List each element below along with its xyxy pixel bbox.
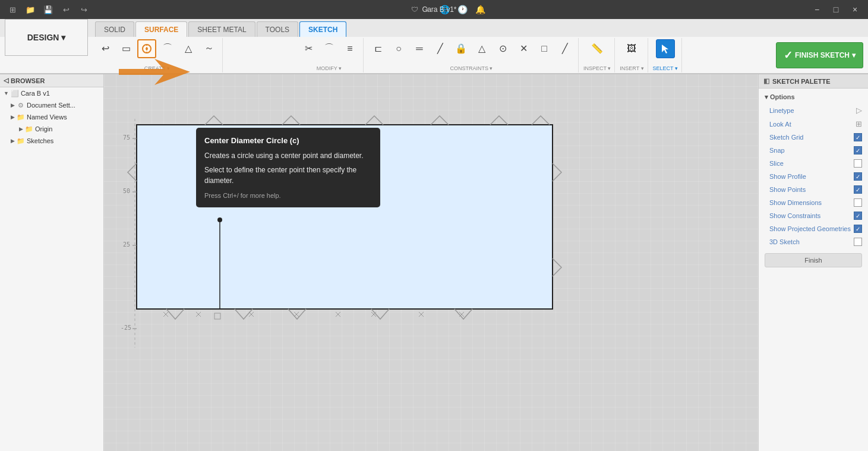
ruler-neg25: -25 — [121, 324, 131, 331]
doc-settings-label: Document Sett... — [27, 102, 75, 109]
browser-item-sketches[interactable]: ▶ 📁 Sketches — [0, 135, 103, 147]
constraints-label[interactable]: CONSTRAINTS ▾ — [450, 65, 493, 71]
slice-label[interactable]: Slice — [769, 160, 784, 167]
collinear-tool[interactable]: ○ — [389, 39, 408, 58]
sketch-rect — [137, 125, 553, 309]
browser-item-doc-settings[interactable]: ▶ ⚙ Document Sett... — [0, 99, 103, 111]
concentric-tool[interactable]: ═ — [410, 39, 429, 58]
show-points-checkbox[interactable] — [854, 185, 862, 194]
3d-sketch-label[interactable]: 3D Sketch — [769, 238, 800, 245]
sketch-palette-icon: ◧ — [763, 77, 769, 85]
polygon-tool[interactable]: △ — [179, 39, 198, 58]
close-button[interactable]: × — [847, 3, 863, 16]
show-constraints-label[interactable]: Show Constraints — [769, 212, 820, 219]
save-icon[interactable]: 💾 — [40, 3, 56, 16]
sketch-grid-label[interactable]: Sketch Grid — [769, 134, 803, 141]
rectangle-tool[interactable]: ▭ — [116, 39, 135, 58]
midpoint-tool[interactable]: ╱ — [431, 39, 450, 58]
ruler-75: 75 — [123, 134, 130, 141]
show-projected-checkbox[interactable] — [854, 225, 862, 233]
clock-icon[interactable]: 🕐 — [456, 3, 469, 16]
create-label[interactable]: CREATE ▾ — [144, 65, 170, 71]
open-file-icon[interactable]: 📁 — [23, 3, 38, 16]
show-profile-checkbox[interactable] — [854, 172, 862, 181]
title-bar: ⊞ 📁 💾 ↩ ↪ 🛡 Cara B v1* + 🌐 🕐 🔔 − □ × — [0, 0, 868, 19]
tab-bar: SOLID SURFACE SHEET METAL TOOLS SKETCH — [0, 19, 868, 37]
show-profile-label[interactable]: Show Profile — [769, 173, 806, 180]
insert-image-tool[interactable]: 🖼 — [622, 39, 641, 58]
sketch-palette-header: ◧ SKETCH PALETTE — [759, 74, 868, 89]
title-icons: ⊞ 📁 💾 ↩ ↪ — [5, 3, 91, 16]
snap-label[interactable]: Snap — [769, 147, 785, 154]
constraint-right-2 — [553, 258, 561, 276]
trim-tool[interactable]: ✂ — [299, 39, 318, 58]
show-projected-label[interactable]: Show Projected Geometries — [769, 225, 851, 232]
folder-icon: 📁 — [17, 113, 25, 121]
tab-sheet-metal[interactable]: SHEET METAL — [188, 21, 255, 37]
tab-tools[interactable]: TOOLS — [257, 21, 298, 37]
palette-item-show-points: Show Points — [759, 183, 868, 196]
line-tool[interactable]: ↩ — [96, 39, 115, 58]
canvas-area[interactable]: 75 50 25 -25 Z R Center Diameter Circle … — [104, 74, 758, 451]
look-at-label[interactable]: Look At — [769, 121, 791, 128]
arc-tool[interactable]: ⌒ — [158, 39, 177, 58]
modify-label[interactable]: MODIFY ▾ — [317, 65, 342, 71]
palette-item-snap: Snap — [759, 144, 868, 157]
ribbon-group-insert: 🖼 INSERT ▾ — [616, 38, 648, 72]
maximize-button[interactable]: □ — [828, 3, 844, 16]
undo-icon[interactable]: ↩ — [58, 3, 74, 16]
spline-tool[interactable]: ～ — [200, 39, 219, 58]
3d-sketch-checkbox[interactable] — [854, 238, 862, 246]
slice-checkbox[interactable] — [854, 159, 862, 168]
linetype-label[interactable]: Linetype — [769, 107, 794, 114]
show-dimensions-label[interactable]: Show Dimensions — [769, 199, 822, 206]
tangent-tool[interactable]: □ — [535, 39, 554, 58]
bell-icon[interactable]: 🔔 — [474, 3, 487, 16]
sketches-folder-icon: 📁 — [17, 137, 25, 145]
sketch-grid-checkbox[interactable] — [854, 133, 862, 141]
coincident-tool[interactable]: ⊏ — [368, 39, 387, 58]
options-section-header[interactable]: ▾ Options — [759, 91, 868, 103]
palette-item-show-projected: Show Projected Geometries — [759, 222, 868, 235]
show-dimensions-checkbox[interactable] — [854, 198, 862, 207]
look-at-icon[interactable]: ⊞ — [856, 119, 862, 128]
browser-item-cara-b[interactable]: ▼ ⬜ Cara B v1 — [0, 87, 103, 99]
app-logo-icon: 🛡 — [411, 5, 418, 14]
app-grid-icon[interactable]: ⊞ — [5, 3, 20, 16]
tab-sketch[interactable]: SKETCH — [299, 21, 346, 37]
parallel-tool[interactable]: △ — [472, 39, 491, 58]
minimize-button[interactable]: − — [809, 3, 825, 16]
show-points-label[interactable]: Show Points — [769, 186, 806, 193]
fix-tool[interactable]: 🔒 — [452, 39, 471, 58]
linetype-icon[interactable]: ▷ — [856, 106, 862, 115]
snap-checkbox[interactable] — [854, 146, 862, 154]
break-tool[interactable]: ≡ — [340, 39, 359, 58]
measure-tool[interactable]: 📏 — [588, 39, 607, 58]
ruler-50: 50 — [123, 188, 130, 194]
horizontal-vert-tool[interactable]: ✕ — [514, 39, 533, 58]
collapse-browser-icon[interactable]: ◁ — [4, 77, 8, 84]
browser-item-origin[interactable]: ▶ 📁 Origin — [0, 123, 103, 135]
tree-arrow-sketches-icon: ▶ — [11, 138, 15, 144]
redo-icon[interactable]: ↪ — [76, 3, 91, 16]
palette-finish-button[interactable]: Finish — [765, 253, 862, 267]
document-title: Cara B v1* — [422, 5, 456, 14]
origin-folder-icon: 📁 — [25, 125, 33, 133]
curvature-tool[interactable]: ╱ — [555, 39, 575, 58]
show-constraints-checkbox[interactable] — [854, 212, 862, 220]
finish-sketch-button[interactable]: ✓ FINISH SKETCH ▾ — [776, 42, 863, 68]
tab-solid[interactable]: SOLID — [95, 21, 134, 37]
select-label[interactable]: SELECT ▾ — [653, 65, 678, 71]
sketch-palette-title: SKETCH PALETTE — [772, 78, 831, 85]
finish-sketch-checkmark-icon: ✓ — [784, 49, 793, 62]
extend-tool[interactable]: ⌒ — [320, 39, 339, 58]
constraint-top-5 — [490, 116, 508, 125]
center-diameter-circle-tool[interactable] — [137, 39, 156, 58]
select-tool[interactable] — [656, 39, 675, 58]
insert-label[interactable]: INSERT ▾ — [620, 65, 643, 71]
perpendicular-tool[interactable]: ⊙ — [493, 39, 512, 58]
inspect-label[interactable]: INSPECT ▾ — [583, 65, 611, 71]
browser-item-named-views[interactable]: ▶ 📁 Named Views — [0, 111, 103, 123]
tab-surface[interactable]: SURFACE — [135, 21, 187, 37]
design-button[interactable]: DESIGN ▾ — [5, 19, 88, 56]
